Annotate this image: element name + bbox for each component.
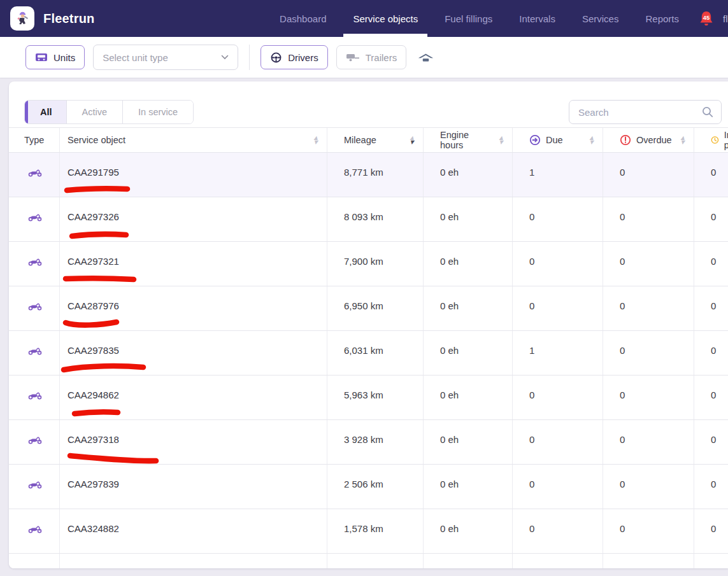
nav-intervals[interactable]: Intervals (506, 0, 569, 37)
fleetrun-logo[interactable] (10, 6, 34, 31)
sort-icon[interactable]: ▲▼ (681, 136, 685, 144)
service-object-cell[interactable]: CAA297321 (60, 242, 327, 286)
motorcycle-icon (28, 213, 42, 221)
table-row[interactable]: CAA297839 2 506 km 0 eh 0 0 0 (9, 465, 728, 509)
in-progress-cell: 0 (694, 509, 728, 553)
vehicle-type-cell (9, 465, 60, 509)
app-title: Fleetrun (43, 11, 95, 26)
drivers-button-label: Drivers (288, 52, 318, 63)
nav-services[interactable]: Services (569, 0, 632, 37)
due-cell: 0 (513, 420, 603, 464)
status-tab-group: All Active In service (24, 100, 194, 124)
motorcycle-icon (28, 257, 42, 266)
service-object-cell[interactable]: CAA324882 (60, 509, 327, 553)
col-type: Type (9, 128, 60, 152)
engine-hours-cell: 0 eh (424, 465, 513, 509)
overdue-cell: 0 (603, 286, 694, 330)
overdue-cell: 0 (603, 465, 694, 509)
service-object-cell[interactable]: CAA297326 (60, 197, 327, 241)
table-row[interactable]: CAA291795 8,771 km 0 eh 1 0 0 (9, 153, 728, 197)
notification-count-badge: 45 (703, 14, 710, 20)
vehicle-type-cell (9, 197, 60, 241)
col-engine-hours[interactable]: Engine hours ▲▼ (424, 128, 513, 152)
nav-fuel-fillings[interactable]: Fuel fillings (431, 0, 506, 37)
col-in-progress[interactable]: In p (694, 128, 728, 152)
sort-icon[interactable]: ▲▼ (499, 136, 503, 144)
due-cell: 1 (513, 153, 603, 197)
service-object-cell[interactable]: CAA297839 (60, 465, 327, 509)
engine-hours-cell: 0 eh (424, 197, 513, 241)
due-cell: 0 (513, 197, 603, 241)
trailer-icon (346, 53, 360, 62)
service-object-cell[interactable]: CAA297318 (60, 420, 327, 464)
motorcycle-icon (28, 435, 42, 444)
overdue-cell: 0 (603, 420, 694, 464)
sort-icon[interactable]: ▲▼ (590, 136, 594, 144)
filter-toolbar: Units Select unit type Drivers Trailers (0, 37, 728, 78)
drivers-button[interactable]: Drivers (261, 45, 328, 69)
table-row[interactable]: CAA297318 3 928 km 0 eh 0 0 0 (9, 420, 728, 465)
page-body: All Active In service Type Service objec… (0, 78, 728, 568)
trailers-button-label: Trailers (366, 52, 397, 63)
col-due[interactable]: Due ▲▼ (513, 128, 603, 152)
unit-type-select[interactable]: Select unit type (93, 45, 238, 70)
due-cell: 0 (513, 242, 603, 286)
unit-car-icon (35, 52, 48, 62)
vehicle-type-cell (9, 153, 60, 197)
engine-hours-cell: 0 eh (424, 509, 513, 553)
table-row[interactable]: CAA297835 6,031 km 0 eh 1 0 0 (9, 331, 728, 376)
due-icon (529, 134, 541, 146)
search-input[interactable] (569, 100, 722, 124)
table-row[interactable]: CAA324882 1,578 km 0 eh 0 0 0 (9, 509, 728, 554)
sort-icon-desc[interactable]: ▲▼ (410, 136, 414, 144)
in-progress-cell: 0 (694, 420, 728, 464)
table-row[interactable]: CAA297326 8 093 km 0 eh 0 0 0 (9, 197, 728, 242)
col-mileage[interactable]: Mileage ▲▼ (327, 128, 424, 152)
tab-active[interactable]: Active (67, 101, 124, 123)
search-box (569, 100, 722, 124)
engine-hours-cell: 0 eh (424, 153, 513, 197)
tab-in-service[interactable]: In service (123, 101, 193, 123)
notifications-bell[interactable]: 45 (699, 10, 714, 27)
account-name-partial[interactable]: fl (723, 13, 728, 24)
table-row-partial (9, 554, 728, 568)
vehicle-type-cell (9, 331, 60, 375)
mileage-cell: 8,771 km (327, 153, 424, 197)
tab-all[interactable]: All (25, 101, 67, 123)
chevron-down-icon (221, 55, 229, 60)
table-row[interactable]: CAA287976 6,950 km 0 eh 0 0 0 (9, 286, 728, 331)
in-progress-cell: 0 (694, 197, 728, 241)
in-progress-clock-icon (711, 134, 719, 146)
unit-type-placeholder: Select unit type (103, 52, 168, 63)
mileage-cell: 7,900 km (327, 242, 424, 286)
service-object-cell[interactable]: CAA291795 (60, 153, 327, 197)
service-object-cell[interactable]: CAA297835 (60, 331, 327, 375)
engine-hours-cell: 0 eh (424, 420, 513, 464)
nav-reports[interactable]: Reports (632, 0, 692, 37)
trailers-button[interactable]: Trailers (336, 45, 406, 69)
motorcycle-icon (28, 302, 42, 311)
service-object-cell[interactable]: CAA287976 (60, 286, 327, 330)
overdue-cell: 0 (603, 376, 694, 419)
col-service-object[interactable]: Service object ▲▼ (60, 128, 327, 152)
due-cell: 1 (513, 331, 603, 375)
col-overdue[interactable]: Overdue ▲▼ (603, 128, 694, 152)
mileage-cell: 1,578 km (327, 509, 424, 553)
table-row[interactable]: CAA294862 5,963 km 0 eh 0 0 0 (9, 376, 728, 420)
nav-service-objects[interactable]: Service objects (339, 0, 431, 37)
search-icon[interactable] (701, 106, 714, 118)
red-marker-stroke (60, 314, 168, 331)
card-header: All Active In service (9, 81, 728, 127)
in-progress-cell: 0 (694, 286, 728, 330)
vehicle-type-cell (9, 376, 60, 419)
service-object-cell[interactable]: CAA294862 (60, 376, 327, 419)
table-row[interactable]: CAA297321 7,900 km 0 eh 0 0 0 (9, 242, 728, 286)
overdue-cell: 0 (603, 153, 694, 197)
nav-dashboard[interactable]: Dashboard (266, 0, 339, 37)
units-button[interactable]: Units (25, 45, 85, 69)
steering-wheel-icon (270, 52, 282, 64)
garage-icon[interactable] (417, 52, 434, 63)
sort-icon[interactable]: ▲▼ (314, 136, 318, 144)
due-cell: 0 (513, 286, 603, 330)
in-progress-cell: 0 (694, 331, 728, 375)
